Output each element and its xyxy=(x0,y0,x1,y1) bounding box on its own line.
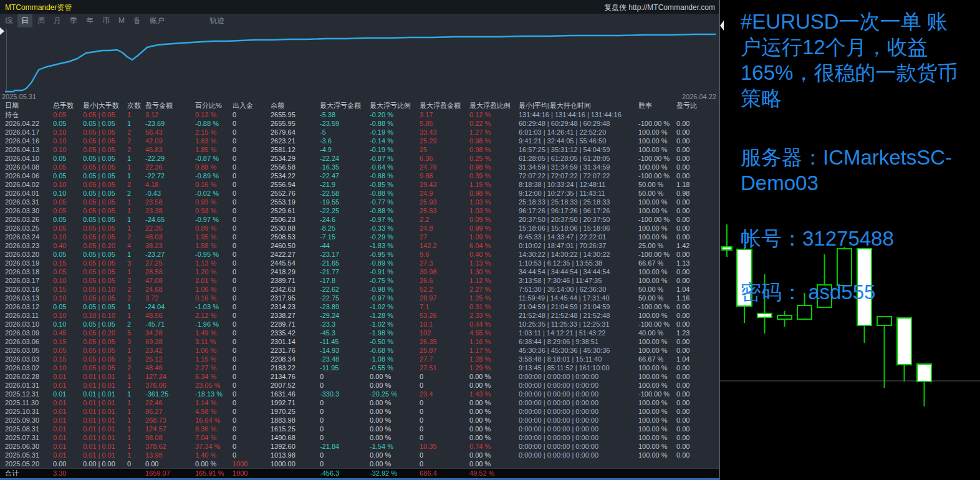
cell-minmax: 0.01 | 0.01 xyxy=(83,416,127,425)
table-row[interactable]: 2026.03.100.100.05 | 0.052-45.71-1.96 %0… xyxy=(0,320,719,329)
menu-item-zong[interactable]: 综 xyxy=(1,14,16,27)
column-header-date[interactable]: 日期 xyxy=(5,101,53,110)
column-header-winrate[interactable]: 胜率 xyxy=(638,101,676,110)
table-row[interactable]: 2025.08.310.010.01 | 0.011124.578.36 %01… xyxy=(0,425,719,433)
cell-lots: 0.05 xyxy=(53,171,83,180)
menu-item-bi[interactable]: 币 xyxy=(98,14,113,27)
cell-maxfl: -14.93 xyxy=(320,346,370,355)
column-header-balance[interactable]: 余额 xyxy=(271,101,320,110)
cell-maxflpct: -0.89 % xyxy=(370,259,420,267)
column-header-lots[interactable]: 总手数 xyxy=(53,101,83,110)
column-header-maxfppct[interactable]: 最大浮盈比例 xyxy=(469,101,519,110)
table-row[interactable]: 2025.05.200.000.00 | 0.0000.000.00 %1000… xyxy=(0,459,719,468)
column-header-inout[interactable]: 出入金 xyxy=(233,101,271,110)
cell-maxfp: 0 xyxy=(420,425,469,433)
table-row[interactable]: 2026.04.160.100.05 | 0.05242.091.63 %026… xyxy=(0,137,719,145)
equity-chart-panel[interactable]: 2025.05.31 2026.04.22 xyxy=(0,27,719,100)
table-row[interactable]: 2026.03.170.100.05 | 0.05247.082.01 %023… xyxy=(0,276,719,285)
menu-item-bei[interactable]: 备 xyxy=(130,14,145,27)
cell-winrate: 100.00 % xyxy=(638,276,676,285)
cell-balance: 1992.71 xyxy=(271,398,320,407)
table-row[interactable]: 2026.03.250.050.05 | 0.05122.350.89 %025… xyxy=(0,224,719,233)
cell-pnl: -22.29 xyxy=(145,154,195,163)
table-row[interactable]: 2026.03.180.050.05 | 0.05128.581.20 %024… xyxy=(0,267,719,276)
table-row[interactable]: 2026.03.090.450.05 | 0.20534.281.49 %023… xyxy=(0,329,719,337)
cell-winrate: 100.00 % xyxy=(638,372,676,381)
cell-winrate: -100.00 % xyxy=(638,302,676,311)
table-row[interactable]: 2026.03.230.400.05 | 0.20438.231.58 %024… xyxy=(0,241,719,250)
menu-item-guiji[interactable]: 轨迹 xyxy=(206,14,228,27)
table-row[interactable]: 2026.03.190.150.05 | 0.05327.251.13 %024… xyxy=(0,259,719,267)
menu-item-yue[interactable]: 月 xyxy=(50,14,65,27)
cell-plratio xyxy=(676,469,719,478)
table-row[interactable]: 2026.03.030.150.05 | 0.05325.121.15 %022… xyxy=(0,355,719,363)
menu-item-m[interactable]: M xyxy=(115,15,128,26)
cell-lots: 0.05 xyxy=(53,250,83,259)
cell-minmax: 0.05 | 0.05 xyxy=(83,259,127,267)
table-row[interactable]: 2026.04.130.100.05 | 0.05246.831.85 %025… xyxy=(0,145,719,154)
table-row[interactable]: 2026.04.080.050.05 | 0.05122.360.88 %025… xyxy=(0,163,719,171)
table-row[interactable]: 2026.03.120.050.05 | 0.051-24.04-1.03 %0… xyxy=(0,302,719,311)
cell-pnl: 378.62 xyxy=(145,442,195,451)
cell-lots: 0.05 xyxy=(53,163,83,171)
table-row[interactable]: 2026.03.160.150.05 | 0.10224.681.06 %023… xyxy=(0,285,719,294)
column-header-count[interactable]: 次数 xyxy=(127,101,145,110)
table-row[interactable]: 2026.04.060.050.05 | 0.051-22.72-0.89 %0… xyxy=(0,171,719,180)
table-row[interactable]: 2026.03.310.050.05 | 0.05123.580.93 %025… xyxy=(0,198,719,206)
cell-maxfp: 3.17 xyxy=(420,110,469,119)
titlebar-link[interactable]: 复盘侠 http://MTCommander.com xyxy=(604,2,715,13)
table-row[interactable]: 2026.03.240.100.05 | 0.05248.031.95 %025… xyxy=(0,233,719,241)
column-header-maxflpct[interactable]: 最大浮亏比例 xyxy=(370,101,420,110)
menu-item-zhanghu[interactable]: 账户 xyxy=(146,14,168,27)
table-row[interactable]: 2026.03.020.100.05 | 0.05248.462.27 %021… xyxy=(0,363,719,372)
cell-date: 2025.07.31 xyxy=(5,433,53,442)
table-row[interactable]: 2026.03.130.100.05 | 0.0523.720.16 %0231… xyxy=(0,294,719,302)
table-row[interactable]: 2025.05.310.010.01 | 0.01113.981.40 %010… xyxy=(0,451,719,459)
column-header-pct[interactable]: 百分比% xyxy=(195,101,233,110)
table-row[interactable]: 2026.03.110.100.10 | 0.10148.562.12 %023… xyxy=(0,311,719,320)
table-row[interactable]: 2026.04.010.100.05 | 0.052-0.43-0.02 %02… xyxy=(0,189,719,198)
cell-inout: 0 xyxy=(233,241,271,250)
table-row[interactable]: 2025.10.310.010.01 | 0.01186.274.58 %019… xyxy=(0,407,719,416)
table-row[interactable]: 持仓0.050.05 | 0.0513.120.12 %02655.95-5.3… xyxy=(0,110,719,119)
cell-pct: -0.87 % xyxy=(195,154,233,163)
cell-minmax: 0.05 | 0.05 xyxy=(83,128,127,137)
table-row[interactable]: 2025.11.300.010.01 | 0.01122.461.14 %019… xyxy=(0,398,719,407)
table-row[interactable]: 2026.03.060.150.05 | 0.05369.383.11 %023… xyxy=(0,337,719,346)
total-row[interactable]: 合计3.301659.07165.91 %1000-456.3-32.92 %6… xyxy=(0,468,719,478)
table-row[interactable]: 2025.12.310.010.01 | 0.011-361.25-18.13 … xyxy=(0,390,719,398)
menu-item-ri[interactable]: 日 xyxy=(17,14,32,27)
table-row[interactable]: 2026.04.020.100.05 | 0.0524.180.16 %0255… xyxy=(0,180,719,189)
column-header-maxfl[interactable]: 最大浮亏金额 xyxy=(320,101,370,110)
cell-maxflpct: -0.20 % xyxy=(370,110,420,119)
cell-count: 2 xyxy=(127,363,145,372)
table-row[interactable]: 2025.07.310.010.01 | 0.01198.087.04 %014… xyxy=(0,433,719,442)
cell-pnl: -24.04 xyxy=(145,302,195,311)
table-row[interactable]: 2025.06.300.010.01 | 0.011378.6237.34 %0… xyxy=(0,442,719,451)
column-header-pnl[interactable]: 盈亏金额 xyxy=(145,101,195,110)
table-row[interactable]: 2026.04.170.100.05 | 0.05256.432.15 %026… xyxy=(0,128,719,137)
column-header-times[interactable]: 最小|平均|最大持仓时间 xyxy=(519,101,638,110)
table-row[interactable]: 2026.03.300.050.05 | 0.05123.380.93 %025… xyxy=(0,206,719,215)
table-row[interactable]: 2026.04.220.050.05 | 0.051-23.69-0.88 %0… xyxy=(0,119,719,128)
cell-maxfp: 25.83 xyxy=(420,206,469,215)
cell-winrate: 100.00 % xyxy=(638,451,676,459)
table-row[interactable]: 2026.03.050.050.05 | 0.05123.421.06 %022… xyxy=(0,346,719,355)
column-header-plratio[interactable]: 盈亏比 xyxy=(676,101,719,110)
menu-item-ji[interactable]: 季 xyxy=(66,14,81,27)
column-header-maxfp[interactable]: 最大浮盈金额 xyxy=(420,101,469,110)
table-row[interactable]: 2026.03.200.050.05 | 0.051-23.27-0.95 %0… xyxy=(0,250,719,259)
cell-times: 72:07:22 | 72:07:22 | 72:07:22 xyxy=(519,171,638,180)
menu-item-zhou[interactable]: 周 xyxy=(34,14,49,27)
table-row[interactable]: 2026.02.280.010.01 | 0.011127.246.34 %02… xyxy=(0,372,719,381)
cell-times: 6:38:44 | 8:29:06 | 9:38:51 xyxy=(519,337,638,346)
table-row[interactable]: 2026.01.310.010.01 | 0.011376.0623.05 %0… xyxy=(0,381,719,390)
cell-maxfppct: 1.13 % xyxy=(469,259,519,267)
table-row[interactable]: 2026.03.260.050.05 | 0.051-24.65-0.97 %0… xyxy=(0,215,719,224)
cell-inout: 0 xyxy=(233,355,271,363)
cell-times: 9:41:21 | 32:44:05 | 55:46:50 xyxy=(519,137,638,145)
table-row[interactable]: 2025.09.300.010.01 | 0.011268.7316.64 %0… xyxy=(0,416,719,425)
table-row[interactable]: 2026.04.100.050.05 | 0.051-22.29-0.87 %0… xyxy=(0,154,719,163)
column-header-minmax[interactable]: 最小|大手数 xyxy=(83,101,127,110)
menu-item-nian[interactable]: 年 xyxy=(82,14,97,27)
